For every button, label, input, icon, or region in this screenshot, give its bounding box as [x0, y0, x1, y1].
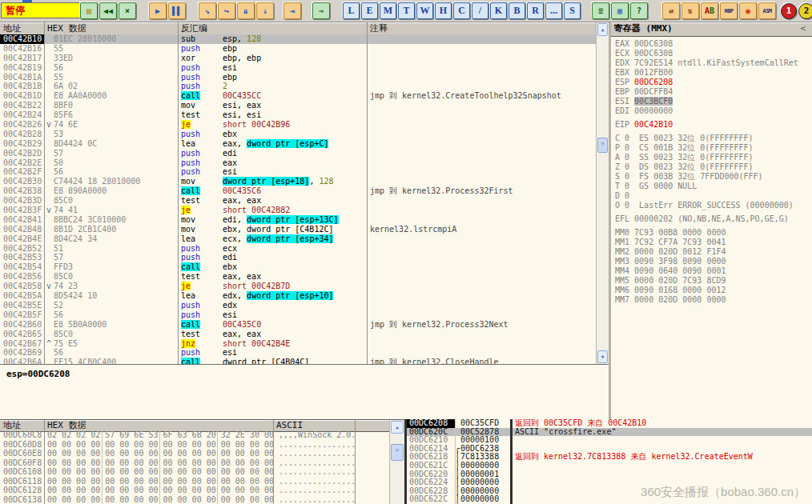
scroll-up-button[interactable]: ▲	[597, 23, 608, 36]
register-line[interactable]: EDI 00000000	[615, 106, 810, 116]
disasm-row[interactable]: 00C42B2485F6testesi, esi	[0, 110, 597, 120]
disasm-row[interactable]: 00C42B58v74 23jeshort 00C42B7D	[0, 282, 597, 291]
disasm-row[interactable]: 00C42B2E50pusheax	[0, 158, 597, 168]
disasm-row[interactable]: 00C42B3Fv74 41jeshort 00C42B82	[0, 206, 597, 215]
dump-row[interactable]: 00DC613800 00 00 00 00 00 00 00 00 00 00…	[0, 495, 390, 504]
step-over-button[interactable]: ↪	[218, 2, 235, 19]
disasm-row[interactable]: 00C42B1B6A 02push2	[0, 82, 597, 91]
trace-up-down-button[interactable]: ⇅	[681, 2, 699, 19]
disassembly-scrollbar[interactable]: ▲ ≡ ▼	[596, 22, 609, 364]
register-line[interactable]: ESP 00DC6208	[615, 78, 810, 87]
help-button[interactable]: ?	[630, 2, 648, 19]
register-line[interactable]: MM4 0090 0640 0090 0001	[615, 266, 810, 276]
disasm-row[interactable]: 00C42B5E52pushedx	[0, 301, 597, 310]
disasm-row[interactable]: 00C42B5685C0testeax, eax	[0, 272, 597, 282]
hbp-plugin-button[interactable]: HBP	[720, 2, 738, 19]
register-line[interactable]: S 0 FS 003B 32位 7FFDD000(FFF)	[615, 172, 810, 182]
register-line[interactable]: ESI 00C3BCF0	[615, 97, 810, 106]
disasm-row[interactable]: 00C42B488B1D 2CB1C400movebx, dword ptr […	[0, 225, 597, 234]
disasm-row[interactable]: 00C42B1655pushebp	[0, 44, 597, 54]
register-line[interactable]: A 0 SS 0023 32位 0(FFFFFFFF)	[615, 153, 810, 162]
register-line[interactable]: MM7 0000 020D 0000 0000	[615, 295, 810, 305]
scroll-down-button[interactable]: ▼	[597, 350, 608, 363]
register-line[interactable]: ECX 00DC6308	[615, 49, 810, 58]
run-trace-button[interactable]: ...	[545, 2, 562, 19]
threads-button[interactable]: T	[398, 2, 415, 19]
disasm-row[interactable]: 00C42B60E8 5B0A0000call00C435C0jmp 到 ker…	[0, 320, 597, 330]
cpu-button[interactable]: C	[453, 2, 470, 19]
disasm-row[interactable]: 00C42B2853pushebx	[0, 130, 597, 139]
animate-into-button[interactable]: ⇊	[237, 2, 255, 19]
disasm-row[interactable]: 00C42B54FFD3callebx	[0, 262, 597, 272]
run-button[interactable]: ▶	[149, 2, 167, 19]
disasm-row[interactable]: 00C42B30C74424 18 28010000movdword ptr […	[0, 177, 597, 186]
register-line[interactable]: MM0 7C93 00B8 0000 0000	[615, 228, 810, 238]
dump-row[interactable]: 00DC610800 00 00 00 00 00 00 00 00 00 00…	[0, 467, 390, 477]
asm-plugin-button[interactable]: ASM	[758, 2, 776, 19]
windows-list-button[interactable]: ≡	[592, 2, 609, 19]
disasm-row[interactable]: 00C42B228BF0movesi, eax	[0, 101, 597, 110]
register-line[interactable]: MM5 0000 020D 7C93 8CD9	[615, 276, 810, 286]
step-into-button[interactable]: ↘	[199, 2, 216, 19]
stack-row[interactable]: 00DC620800C35CFD返回到 00C35CFD 来自 00C42B10	[407, 419, 812, 428]
disasm-row[interactable]: 00C42B5F56pushesi	[0, 310, 597, 320]
disasm-row[interactable]: 00C42B26v74 6Ejeshort 00C42B96	[0, 120, 597, 130]
register-line[interactable]: EIP 00C42B10	[615, 120, 810, 130]
plugin-slot-1-button[interactable]: 1	[781, 3, 797, 19]
disasm-row[interactable]: 00C42B2F56pushesi	[0, 167, 597, 177]
register-line[interactable]: EBP 00DCFFB4	[615, 87, 810, 97]
stack-row[interactable]: 00DC621C│00000000	[407, 462, 812, 470]
executables-button[interactable]: E	[361, 2, 378, 19]
source-button[interactable]: S	[564, 2, 581, 19]
scroll-thumb[interactable]: ≡	[391, 444, 404, 461]
call-stack-button[interactable]: K	[490, 2, 507, 19]
register-line[interactable]: MM2 0000 020D 0012 F1F4	[615, 247, 810, 257]
aim-plugin-button[interactable]: ◉	[739, 2, 757, 19]
disasm-row[interactable]: 00C42B5251pushecx	[0, 244, 597, 254]
appearance-button[interactable]: ▦	[611, 2, 629, 19]
pause-button[interactable]: ▌▌	[168, 2, 186, 19]
disasm-row[interactable]: 00C42B418BBC24 3C010000movedi, dword ptr…	[0, 215, 597, 225]
register-line[interactable]: Z 0 DS 0023 32位 0(FFFFFFFF)	[615, 162, 810, 172]
dump-row[interactable]: 00DC612800 00 00 00 00 00 00 00 00 00 00…	[0, 486, 390, 495]
breakpoints-button[interactable]: B	[509, 2, 525, 19]
trace-back-forward-button[interactable]: ⇄	[662, 2, 680, 19]
register-line[interactable]: EDX 7C92E514 ntdll.KiFastSystemCallRet	[615, 58, 810, 68]
registers-collapse-button[interactable]: <	[797, 23, 806, 36]
disasm-row[interactable]: 00C42B1A55pushebp	[0, 73, 597, 82]
dump-row[interactable]: 00DC60D800 00 00 00 00 00 00 00 00 00 00…	[0, 440, 390, 450]
disasm-row[interactable]: 00C42B1081EC 28010000subesp, 128	[0, 34, 597, 44]
disasm-row[interactable]: 00C42B2D57pushedi	[0, 149, 597, 158]
dump-row[interactable]: 00DC611800 00 00 00 00 00 00 00 00 00 00…	[0, 477, 390, 486]
patches-button[interactable]: /	[472, 2, 488, 19]
disasm-row[interactable]: 00C42B1956pushesi	[0, 63, 597, 73]
register-line[interactable]: MM3 0090 3F98 0090 0000	[615, 257, 810, 266]
disasm-row[interactable]: 00C42B4E8D4C24 34leaecx, dword ptr [esp+…	[0, 234, 597, 244]
memory-button[interactable]: M	[380, 2, 396, 19]
disasm-row[interactable]: 00C42B5357pushedi	[0, 253, 597, 262]
register-line[interactable]: P 0 CS 001B 32位 0(FFFFFFFF)	[615, 143, 810, 153]
disasm-row[interactable]: 00C42B5A8D5424 10leaedx, dword ptr [esp+…	[0, 291, 597, 301]
open-file-button[interactable]: ▨	[80, 2, 98, 19]
windows-button[interactable]: W	[416, 2, 433, 19]
plugin-slot-2-button[interactable]: 2	[798, 3, 812, 19]
disasm-row[interactable]: 00C42B3D85C0testeax, eax	[0, 196, 597, 206]
disasm-row[interactable]: 00C42B67^75 E5jnzshort 00C42B4E	[0, 339, 597, 349]
disasm-row[interactable]: 00C42B6956pushesi	[0, 348, 597, 358]
references-button[interactable]: R	[527, 2, 544, 19]
disasm-row[interactable]: 00C42B1733EDxorebp, ebp	[0, 54, 597, 63]
animate-over-button[interactable]: ⇓	[256, 2, 274, 19]
handles-button[interactable]: H	[435, 2, 452, 19]
dump-row[interactable]: 00DC60F800 00 00 00 00 00 00 00 00 00 00…	[0, 458, 390, 468]
execute-till-return-button[interactable]: ⇥	[283, 2, 301, 19]
register-line[interactable]: EBX 0012FB00	[615, 68, 810, 78]
scroll-thumb[interactable]: ≡	[597, 138, 608, 153]
register-line[interactable]: D 0	[615, 191, 810, 201]
scroll-up-button[interactable]: ▲	[391, 421, 404, 434]
dump-row[interactable]: 00DC60C802 02 02 02 57 69 6E 53 6F 63 6B…	[0, 430, 390, 440]
disasm-row[interactable]: 00C42B1DE8 AA0A0000call00C435CCjmp 到 ker…	[0, 91, 597, 101]
disasm-row[interactable]: 00C42B6AFF15 4CB0C400calldword ptr [C4B0…	[0, 358, 597, 364]
go-to-button[interactable]: ⇒	[312, 2, 330, 19]
disasm-row[interactable]: 00C42B38E8 890A0000call00C435C6jmp 到 ker…	[0, 186, 597, 196]
register-line[interactable]: EAX 00DC6308	[615, 39, 810, 49]
